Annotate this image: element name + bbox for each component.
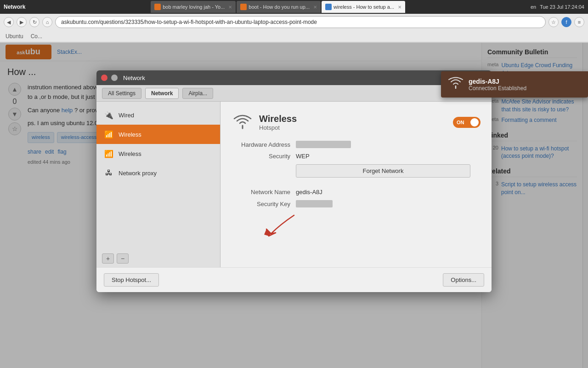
tab-close-1[interactable]: ✕ xyxy=(228,5,232,10)
tab-favicon-1 xyxy=(154,4,161,10)
wireless-header: Wireless Hotspot ON xyxy=(232,111,481,133)
notification-wifi-icon xyxy=(448,77,463,92)
browser-nav: ◀ ▶ ↻ ⌂ askubuntu.com/questions/323335/h… xyxy=(0,14,588,30)
wireless-2-label: Wireless xyxy=(119,150,141,157)
forward-button[interactable]: ▶ xyxy=(17,17,27,27)
forget-network-button[interactable]: Forget Network xyxy=(296,164,470,178)
wifi-icon-svg xyxy=(232,111,254,129)
notification-subtitle: Connection Established xyxy=(469,85,526,92)
dialog-titlebar: Network xyxy=(96,70,492,85)
bookmarks-bar: Ubuntu Co... xyxy=(0,30,588,42)
wifi-large-icon xyxy=(232,111,254,133)
sidebar-item-wireless-2[interactable]: 📶 Wireless xyxy=(96,144,220,163)
reload-button[interactable]: ↻ xyxy=(29,17,40,27)
tab-favicon-3 xyxy=(325,4,332,10)
dialog-main-panel: Wireless Hotspot ON Hardware Address xyxy=(220,102,492,267)
home-button[interactable]: ⌂ xyxy=(42,17,52,27)
network-name-value: gedis-A8J xyxy=(296,189,322,196)
menu-button[interactable]: ≡ xyxy=(574,17,584,27)
dialog-footer: Stop Hotspot... Options... xyxy=(96,267,492,292)
airplane-button[interactable]: Airpla... xyxy=(182,88,213,99)
notification-title: gedis-A8J xyxy=(469,78,526,85)
wireless-selected-label: Wireless xyxy=(119,131,141,138)
arrow-annotation xyxy=(257,211,312,240)
toggle-knob xyxy=(470,118,479,126)
security-key-row: Security Key xyxy=(232,200,481,207)
network-button[interactable]: Network xyxy=(145,88,179,99)
browser-tabs: bob marley loving jah - Yo... ✕ boot - H… xyxy=(151,1,405,13)
security-key-value xyxy=(296,200,333,207)
taskbar-left: Network xyxy=(4,4,25,10)
wireless-panel-subtitle: Hotspot xyxy=(259,124,297,131)
taskbar: Network bob marley loving jah - Yo... ✕ … xyxy=(0,0,588,14)
tab-favicon-2 xyxy=(240,4,247,10)
back-button[interactable]: ◀ xyxy=(4,17,14,27)
facebook-button[interactable]: f xyxy=(561,17,571,27)
dialog-body: 🔌 Wired 📶 Wireless 📶 Wireless 🖧 Network … xyxy=(96,102,492,267)
dialog-minimize-button[interactable] xyxy=(111,75,118,81)
tab-2[interactable]: boot - How do you run up... ✕ xyxy=(237,1,321,13)
wired-icon: 🔌 xyxy=(104,110,114,120)
tab-close-2[interactable]: ✕ xyxy=(313,5,317,10)
browser-chrome: ◀ ▶ ↻ ⌂ askubuntu.com/questions/323335/h… xyxy=(0,14,588,43)
sidebar-item-network-proxy[interactable]: 🖧 Network proxy xyxy=(96,163,220,183)
network-dialog: Network All Settings Network Airpla... 🔌… xyxy=(96,70,492,292)
proxy-label: Network proxy xyxy=(119,170,157,177)
keyboard-layout: en xyxy=(531,4,536,10)
dialog-sidebar: 🔌 Wired 📶 Wireless 📶 Wireless 🖧 Network … xyxy=(96,102,220,267)
bookmark-ubuntu[interactable]: Ubuntu xyxy=(6,33,23,40)
dialog-close-button[interactable] xyxy=(101,75,107,81)
tab-1[interactable]: bob marley loving jah - Yo... ✕ xyxy=(151,1,236,13)
clock: Tue 23 Jul 17:24:04 xyxy=(540,4,584,10)
wired-label: Wired xyxy=(119,112,134,119)
dialog-overlay: Network All Settings Network Airpla... 🔌… xyxy=(0,43,588,368)
remove-network-button[interactable]: − xyxy=(117,253,129,264)
tab-3[interactable]: wireless - How to setup a... ✕ xyxy=(322,1,405,13)
bookmark-co[interactable]: Co... xyxy=(31,33,42,40)
security-label: Security xyxy=(232,153,296,160)
wifi-notification: gedis-A8J Connection Established xyxy=(441,71,588,98)
arrow-svg xyxy=(257,211,312,238)
address-bar[interactable]: askubuntu.com/questions/323335/how-to-se… xyxy=(55,16,546,28)
add-network-button[interactable]: + xyxy=(102,253,114,264)
hardware-address-row: Hardware Address xyxy=(232,141,481,148)
stop-hotspot-button[interactable]: Stop Hotspot... xyxy=(104,273,159,287)
notif-wifi-svg xyxy=(448,77,463,89)
network-name-label: Network Name xyxy=(232,189,296,196)
security-row: Security WEP xyxy=(232,153,481,160)
taskbar-right: en Tue 23 Jul 17:24:04 xyxy=(531,4,584,10)
wireless-2-icon: 📶 xyxy=(104,149,114,159)
toggle-label: ON xyxy=(457,120,464,125)
sidebar-footer: + − xyxy=(102,253,129,264)
hardware-address-label: Hardware Address xyxy=(232,141,296,148)
options-button[interactable]: Options... xyxy=(443,273,484,287)
network-name-row: Network Name gedis-A8J xyxy=(232,189,481,196)
bookmark-button[interactable]: ☆ xyxy=(548,17,559,27)
hardware-address-value xyxy=(296,141,351,148)
proxy-icon: 🖧 xyxy=(104,168,114,178)
forget-network-row: Forget Network xyxy=(232,164,481,184)
page-area: askubu StackEx... How ... ▲ 0 ▼ ☆ instru… xyxy=(0,43,588,368)
wireless-panel-title: Wireless xyxy=(259,114,297,124)
dialog-title: Network xyxy=(123,75,145,81)
tab-close-3[interactable]: ✕ xyxy=(398,5,401,10)
taskbar-title: Network xyxy=(4,4,25,10)
all-settings-button[interactable]: All Settings xyxy=(102,88,141,99)
security-value: WEP xyxy=(296,153,310,160)
wireless-title-group: Wireless Hotspot xyxy=(259,114,297,131)
sidebar-item-wireless-selected[interactable]: 📶 Wireless xyxy=(96,125,220,144)
security-key-label: Security Key xyxy=(232,201,296,207)
sidebar-item-wired[interactable]: 🔌 Wired xyxy=(96,105,220,125)
notification-text: gedis-A8J Connection Established xyxy=(469,78,526,92)
dialog-toolbar: All Settings Network Airpla... xyxy=(96,85,492,102)
on-off-toggle[interactable]: ON xyxy=(453,117,481,128)
wireless-selected-icon: 📶 xyxy=(104,129,114,139)
